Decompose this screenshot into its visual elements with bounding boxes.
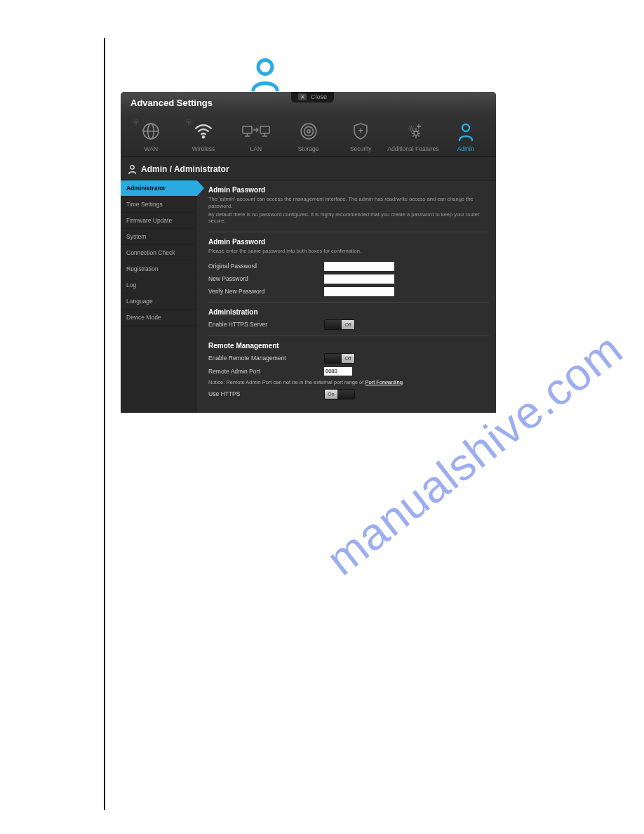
toggle-value: Off [342, 354, 354, 363]
page-left-border [104, 38, 105, 810]
section-title-administration: Administration [208, 308, 489, 316]
sidebar-item-time-settings[interactable]: Time Settings [121, 197, 197, 213]
section-desc-2: By default there is no password configur… [208, 211, 489, 225]
sidebar-item-label: Administrator [126, 185, 166, 192]
panel-header: Advanced Settings ✕ Close [121, 92, 496, 113]
main-content: Admin Password The 'admin' account can a… [197, 180, 496, 413]
label-new-password: New Password [208, 275, 324, 282]
notice-suffix: . [403, 379, 404, 385]
divider [208, 336, 489, 336]
row-remote-admin-port: Remote Admin Port [208, 367, 489, 376]
nav-wan[interactable]: WAN [125, 120, 177, 152]
sidebar-item-connection-check[interactable]: Connection Check [121, 245, 197, 261]
nav-admin[interactable]: Admin [439, 120, 492, 152]
sidebar-item-label: Language [126, 298, 153, 305]
input-original-password[interactable] [324, 262, 394, 271]
gear-icon [185, 119, 192, 126]
row-use-https: Use HTTPS On [208, 389, 489, 399]
sidebar-item-administrator[interactable]: Administrator [121, 180, 197, 197]
svg-point-5 [188, 121, 190, 124]
section-desc-1: The 'admin' account can access the manag… [208, 196, 489, 210]
svg-point-15 [307, 130, 309, 133]
nav-security[interactable]: Security [335, 120, 387, 152]
input-verify-password[interactable] [324, 287, 394, 296]
shield-icon [335, 120, 387, 143]
sidebar-item-label: System [126, 233, 146, 240]
breadcrumb: Admin / Administrator [121, 157, 496, 180]
row-verify-password: Verify New Password [208, 287, 489, 296]
nav-label: Security [335, 145, 387, 152]
toggle-enable-remote-management[interactable]: Off [324, 353, 355, 364]
remote-port-notice: Notice: Remote Admin Port can not be in … [208, 379, 489, 385]
sidebar-item-label: Log [126, 282, 136, 289]
svg-rect-8 [260, 126, 269, 133]
sidebar-item-label: Connection Check [126, 249, 175, 256]
divider [208, 302, 489, 303]
svg-point-19 [410, 128, 412, 130]
section-title-remote-management: Remote Management [208, 342, 489, 350]
row-new-password: New Password [208, 274, 489, 284]
toggle-track [325, 320, 342, 329]
person-icon [128, 164, 137, 174]
sidebar-item-language[interactable]: Language [121, 293, 197, 310]
input-new-password[interactable] [324, 274, 394, 284]
sidebar-item-log[interactable]: Log [121, 277, 197, 293]
sidebar-item-device-mode[interactable]: Device Mode [121, 310, 197, 326]
admin-icon [439, 120, 492, 143]
notice-prefix: Notice: Remote Admin Port can not be in … [208, 379, 365, 385]
svg-rect-7 [243, 126, 252, 133]
admin-icon-large [249, 56, 281, 91]
close-button[interactable]: ✕ Close [291, 92, 334, 102]
nav-wireless[interactable]: Wireless [177, 120, 230, 152]
lan-icon [229, 120, 282, 143]
svg-point-1 [135, 121, 137, 124]
sidebar-item-registration[interactable]: Registration [121, 261, 197, 277]
svg-point-14 [304, 127, 313, 136]
top-nav: WAN Wireless LAN Storage [121, 113, 496, 157]
row-original-password: Original Password [208, 262, 489, 271]
panel-title: Advanced Settings [130, 98, 213, 108]
close-label: Close [311, 93, 327, 100]
panel-body: Administrator Time Settings Firmware Upd… [121, 180, 496, 413]
svg-point-6 [203, 136, 204, 138]
section-title-admin-password-intro: Admin Password [208, 186, 489, 194]
disc-icon [282, 120, 335, 143]
toggle-enable-https-server[interactable]: Off [324, 319, 355, 330]
nav-lan[interactable]: LAN [229, 120, 282, 152]
nav-label: WAN [125, 145, 177, 152]
label-original-password: Original Password [208, 263, 324, 270]
toggle-use-https[interactable]: On [324, 389, 355, 399]
svg-point-13 [301, 124, 316, 139]
close-icon: ✕ [298, 93, 307, 100]
settings-panel: Advanced Settings ✕ Close WAN Wireless [121, 92, 496, 413]
sidebar-item-system[interactable]: System [121, 229, 197, 245]
row-enable-remote-management: Enable Remote Management Off [208, 353, 489, 364]
toggle-value: Off [342, 320, 354, 329]
sidebar-item-firmware-update[interactable]: Firmware Update [121, 213, 197, 229]
link-port-forwarding[interactable]: Port Forwarding [365, 379, 402, 385]
gear-icon [133, 119, 140, 126]
sidebar-item-label: Firmware Update [126, 217, 172, 224]
label-verify-password: Verify New Password [208, 288, 324, 295]
section-title-admin-password: Admin Password [208, 238, 489, 246]
breadcrumb-text: Admin / Administrator [141, 164, 229, 174]
label-remote-admin-port: Remote Admin Port [208, 368, 324, 375]
nav-additional-features[interactable]: Additional Features [387, 120, 440, 152]
nav-label: Additional Features [387, 145, 440, 152]
nav-label: Wireless [177, 145, 230, 152]
sidebar-item-label: Time Settings [126, 201, 163, 208]
nav-storage[interactable]: Storage [282, 120, 335, 152]
nav-label: LAN [229, 145, 282, 152]
sidebar-item-label: Device Mode [126, 314, 161, 321]
sidebar: Administrator Time Settings Firmware Upd… [121, 180, 197, 413]
toggle-track [325, 354, 342, 363]
nav-label: Storage [282, 145, 335, 152]
label-use-https: Use HTTPS [208, 390, 324, 397]
nav-label: Admin [439, 145, 492, 152]
svg-point-18 [414, 131, 418, 135]
section-subtitle: Please enter the same password into both… [208, 248, 489, 255]
toggle-value: On [325, 390, 337, 399]
sidebar-item-label: Registration [126, 265, 158, 272]
input-remote-admin-port[interactable] [324, 367, 352, 376]
row-enable-https-server: Enable HTTPS Server Off [208, 319, 489, 330]
